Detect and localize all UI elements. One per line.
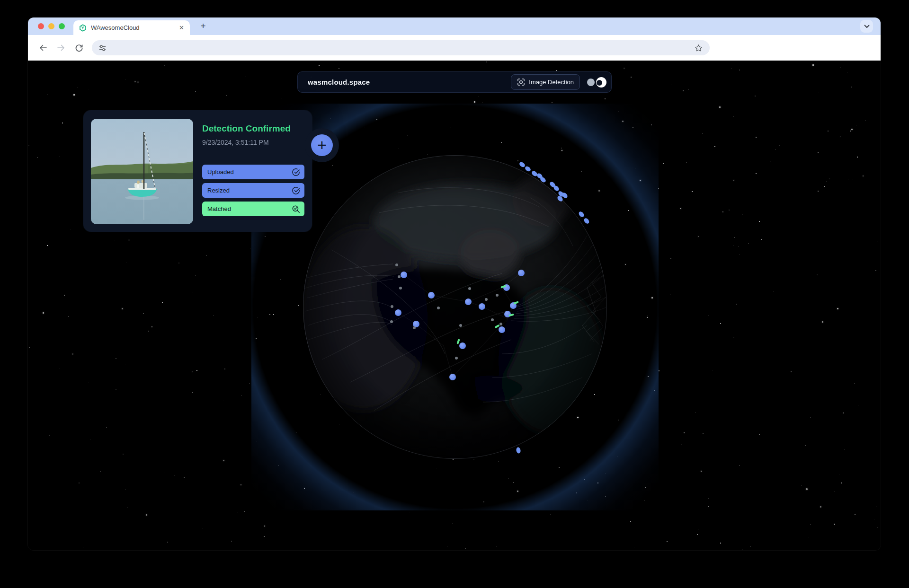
globe[interactable] [303, 155, 607, 459]
tab-title: WAwesomeCloud [91, 24, 179, 31]
status-label: Resized [207, 187, 230, 194]
tab-wawesomecloud[interactable]: WAwesomeCloud ✕ [73, 20, 190, 35]
forward-icon [56, 43, 66, 53]
header-actions: Image Detection [511, 74, 606, 90]
bookmark-star-icon[interactable] [694, 44, 703, 53]
forward-button[interactable] [52, 40, 70, 56]
image-detection-label: Image Detection [529, 79, 574, 85]
scan-eye-icon [517, 78, 525, 86]
minimize-window-button[interactable] [48, 23, 54, 29]
reload-button[interactable] [70, 40, 88, 56]
maximize-window-button[interactable] [59, 23, 65, 29]
status-label: Uploaded [207, 168, 234, 176]
card-timestamp: 9/23/2024, 3:51:11 PM [202, 139, 269, 146]
reload-icon [74, 43, 84, 53]
status-badge-uploaded[interactable]: Uploaded [202, 165, 304, 179]
close-window-button[interactable] [38, 23, 44, 29]
detection-card: + [83, 110, 312, 232]
status-badge-matched[interactable]: Matched [202, 202, 304, 216]
chevron-down-icon [864, 25, 870, 28]
circle-check-icon [292, 186, 300, 195]
theme-toggle[interactable] [586, 77, 606, 88]
wasmcloud-logo-icon [79, 24, 87, 32]
detected-image-thumbnail [91, 119, 193, 224]
tab-search-button[interactable] [860, 20, 873, 33]
add-image-button[interactable]: + [311, 134, 333, 156]
sun-icon [587, 79, 595, 86]
back-icon [38, 43, 48, 53]
back-button[interactable] [34, 40, 52, 56]
browser-window: WAwesomeCloud ✕ + [28, 18, 881, 550]
close-tab-icon[interactable]: ✕ [179, 25, 184, 31]
tab-strip: WAwesomeCloud ✕ + [28, 18, 881, 35]
card-title: Detection Confirmed [202, 123, 291, 134]
theme-toggle-moon-icon [596, 77, 606, 88]
search-check-icon [292, 205, 300, 213]
app-header: wasmcloud.space Image Detection [297, 71, 612, 93]
tune-icon[interactable] [98, 44, 107, 52]
status-label: Matched [207, 205, 231, 212]
browser-toolbar [28, 35, 881, 61]
image-detection-button[interactable]: Image Detection [511, 74, 580, 90]
window-controls [38, 23, 65, 29]
url-bar[interactable] [92, 40, 710, 55]
status-badges: Uploaded Resized M [202, 165, 304, 216]
page-content: wasmcloud.space Image Detection [28, 61, 881, 550]
new-tab-icon[interactable]: + [196, 19, 210, 33]
circle-check-icon [292, 168, 300, 176]
brand-title: wasmcloud.space [308, 78, 370, 86]
status-badge-resized[interactable]: Resized [202, 183, 304, 198]
